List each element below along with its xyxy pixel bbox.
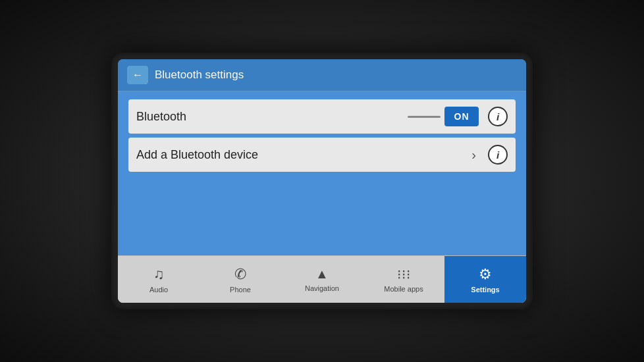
screen: ← Bluetooth settings Bluetooth ON — [118, 59, 526, 303]
add-bluetooth-info-button[interactable]: i — [488, 145, 508, 165]
bluetooth-toggle-row: Bluetooth ON i — [128, 99, 516, 134]
screen-header: ← Bluetooth settings — [118, 59, 526, 91]
screen-content: Bluetooth ON i — [118, 91, 526, 255]
navigation-label: Navigation — [305, 284, 339, 292]
settings-gear-icon: ⚙ — [479, 266, 492, 283]
navigation-icon: ▲ — [315, 267, 329, 282]
nav-item-phone[interactable]: ✆ Phone — [200, 256, 281, 303]
chevron-right-icon: › — [471, 147, 476, 163]
nav-item-mobile-apps[interactable]: ⁝⁝⁝ Mobile apps — [363, 256, 444, 303]
screen-bezel: ← Bluetooth settings Bluetooth ON — [111, 53, 533, 309]
toggle-line — [408, 116, 441, 118]
add-bluetooth-label: Add a Bluetooth device — [136, 148, 471, 162]
bluetooth-info-button[interactable]: i — [488, 107, 508, 126]
back-button[interactable]: ← — [127, 66, 148, 84]
bluetooth-toggle[interactable]: ON — [444, 107, 479, 126]
nav-item-settings[interactable]: ⚙ Settings — [444, 256, 526, 303]
audio-icon: ♫ — [153, 266, 165, 283]
audio-label: Audio — [149, 286, 168, 294]
nav-item-audio[interactable]: ♫ Audio — [118, 256, 200, 303]
screen-title: Bluetooth settings — [155, 68, 244, 82]
phone-label: Phone — [230, 286, 251, 294]
phone-icon: ✆ — [234, 266, 246, 283]
add-bluetooth-controls: › i — [471, 145, 508, 165]
toggle-container: ON — [408, 107, 479, 126]
car-surround: ← Bluetooth settings Bluetooth ON — [0, 0, 644, 362]
bluetooth-controls: ON i — [408, 107, 508, 126]
back-arrow-icon: ← — [132, 70, 143, 80]
toggle-state-label: ON — [454, 111, 470, 122]
info-icon: i — [496, 111, 499, 122]
add-bluetooth-row[interactable]: Add a Bluetooth device › i — [128, 138, 516, 172]
bluetooth-label: Bluetooth — [136, 110, 408, 124]
nav-bar: ♫ Audio ✆ Phone ▲ Navigation ⁝⁝⁝ Mobile … — [118, 255, 526, 303]
settings-label: Settings — [471, 286, 499, 294]
mobile-apps-label: Mobile apps — [384, 285, 423, 293]
info-icon-2: i — [496, 149, 499, 161]
mobile-apps-icon: ⁝⁝⁝ — [397, 267, 411, 282]
nav-item-navigation[interactable]: ▲ Navigation — [281, 256, 363, 303]
